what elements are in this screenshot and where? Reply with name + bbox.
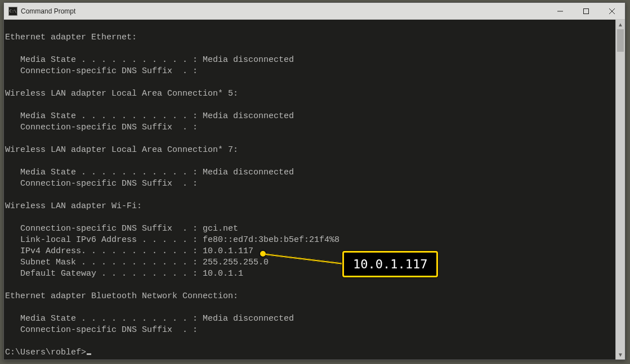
scroll-up-button[interactable]: ▲ [616, 20, 625, 29]
scroll-thumb[interactable] [617, 29, 624, 52]
titlebar-controls [547, 3, 625, 19]
prompt-line[interactable]: C:\Users\roblef> [5, 348, 86, 357]
svg-rect-1 [584, 9, 589, 14]
callout-text: 10.0.1.117 [353, 257, 427, 271]
cursor [87, 353, 91, 355]
cmd-icon: C:\ [8, 7, 17, 16]
command-prompt-window: C:\ Command Prompt Ethernet adapter Ethe… [3, 2, 625, 360]
window-title: Command Prompt [21, 7, 75, 15]
maximize-button[interactable] [573, 3, 599, 20]
vertical-scrollbar[interactable]: ▲ ▼ [615, 20, 625, 359]
console-output[interactable]: Ethernet adapter Ethernet: Media State .… [4, 20, 615, 359]
callout-box: 10.0.1.117 [342, 251, 438, 277]
scroll-down-button[interactable]: ▼ [616, 350, 625, 359]
client-area: Ethernet adapter Ethernet: Media State .… [4, 20, 625, 359]
titlebar[interactable]: C:\ Command Prompt [4, 3, 625, 20]
minimize-button[interactable] [547, 3, 573, 20]
close-button[interactable] [599, 3, 625, 20]
scroll-track[interactable] [616, 29, 625, 350]
